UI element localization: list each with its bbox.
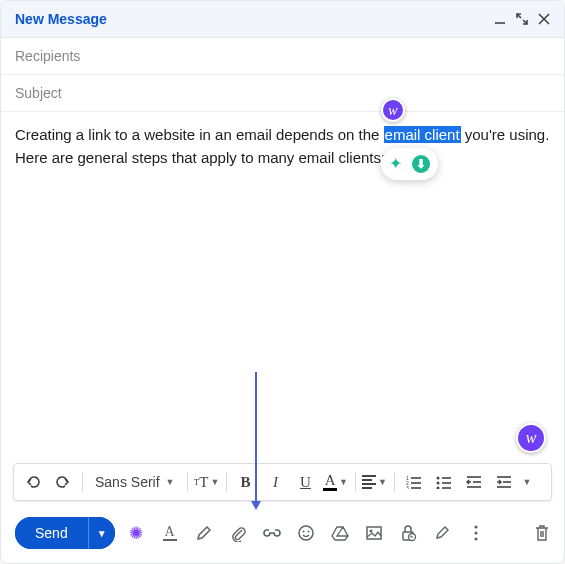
confidential-icon[interactable] bbox=[397, 522, 419, 544]
subject-placeholder: Subject bbox=[15, 85, 62, 101]
expand-icon[interactable] bbox=[516, 13, 528, 25]
image-icon[interactable] bbox=[363, 522, 385, 544]
separator bbox=[394, 472, 395, 492]
bold-button[interactable]: B bbox=[233, 468, 259, 496]
header-title: New Message bbox=[15, 11, 107, 27]
attachment-icon[interactable] bbox=[227, 522, 249, 544]
more-options-icon[interactable] bbox=[465, 522, 487, 544]
wordtune-inline-toolbar: ✦ ⬇ bbox=[381, 148, 438, 180]
subject-field[interactable]: Subject bbox=[1, 75, 564, 112]
minimize-icon[interactable] bbox=[494, 13, 506, 25]
svg-point-27 bbox=[369, 530, 372, 533]
bulleted-list-button[interactable] bbox=[431, 468, 457, 496]
indent-less-button[interactable] bbox=[461, 468, 487, 496]
compose-tools: ✺ A bbox=[125, 522, 524, 544]
recipients-field[interactable]: Recipients bbox=[1, 38, 564, 75]
chevron-down-icon: ▼ bbox=[378, 477, 387, 487]
wordtune-badge-icon[interactable]: w bbox=[381, 98, 405, 122]
add-suggestion-icon[interactable]: ⬇ bbox=[412, 155, 430, 173]
separator bbox=[355, 472, 356, 492]
svg-point-31 bbox=[474, 531, 477, 534]
wordtune-sparkle-icon[interactable]: ✺ bbox=[125, 522, 147, 544]
formatting-toolbar: Sans Serif ▼ TT ▼ B I U A ▼ ▼ 123 bbox=[13, 463, 552, 501]
align-button[interactable]: ▼ bbox=[362, 468, 388, 496]
text-color-button[interactable]: A ▼ bbox=[323, 468, 349, 496]
font-family-picker[interactable]: Sans Serif ▼ bbox=[89, 474, 181, 490]
font-size-button[interactable]: TT ▼ bbox=[194, 468, 220, 496]
wordtune-floating-icon[interactable]: w bbox=[516, 423, 546, 453]
text-format-icon[interactable]: A bbox=[159, 522, 181, 544]
rewrite-icon[interactable]: ✦ bbox=[389, 152, 402, 176]
svg-point-24 bbox=[302, 531, 304, 533]
window-controls bbox=[494, 13, 550, 25]
close-icon[interactable] bbox=[538, 13, 550, 25]
svg-point-32 bbox=[474, 537, 477, 540]
svg-point-11 bbox=[436, 477, 439, 480]
svg-point-15 bbox=[436, 487, 439, 490]
chevron-down-icon: ▼ bbox=[210, 477, 219, 487]
bottom-toolbar: Send ▼ ✺ A bbox=[1, 507, 564, 563]
compose-window: New Message Recipients Subject Creating … bbox=[0, 0, 565, 564]
drive-icon[interactable] bbox=[329, 522, 351, 544]
signature-icon[interactable] bbox=[431, 522, 453, 544]
redo-button[interactable] bbox=[50, 468, 76, 496]
separator bbox=[187, 472, 188, 492]
underline-button[interactable]: U bbox=[293, 468, 319, 496]
undo-button[interactable] bbox=[20, 468, 46, 496]
recipients-placeholder: Recipients bbox=[15, 48, 80, 64]
chevron-down-icon: ▼ bbox=[166, 477, 175, 487]
send-button[interactable]: Send bbox=[15, 517, 88, 549]
svg-point-25 bbox=[307, 531, 309, 533]
separator bbox=[226, 472, 227, 492]
svg-point-13 bbox=[436, 482, 439, 485]
emoji-icon[interactable] bbox=[295, 522, 317, 544]
discard-icon[interactable] bbox=[534, 524, 550, 542]
pen-icon[interactable] bbox=[193, 522, 215, 544]
svg-text:3: 3 bbox=[406, 485, 409, 489]
chevron-down-icon[interactable]: ▼ bbox=[523, 477, 532, 487]
chevron-down-icon: ▼ bbox=[339, 477, 348, 487]
indent-more-button[interactable] bbox=[491, 468, 517, 496]
message-body[interactable]: Creating a link to a website in an email… bbox=[1, 112, 564, 463]
svg-point-30 bbox=[474, 525, 477, 528]
compose-header: New Message bbox=[1, 1, 564, 38]
send-button-group: Send ▼ bbox=[15, 517, 115, 549]
body-text-before: Creating a link to a website in an email… bbox=[15, 126, 384, 143]
numbered-list-button[interactable]: 123 bbox=[401, 468, 427, 496]
svg-point-23 bbox=[299, 526, 313, 540]
separator bbox=[82, 472, 83, 492]
italic-button[interactable]: I bbox=[263, 468, 289, 496]
selected-text[interactable]: email client bbox=[384, 126, 461, 143]
font-family-label: Sans Serif bbox=[95, 474, 160, 490]
send-options-button[interactable]: ▼ bbox=[88, 517, 115, 549]
link-icon[interactable] bbox=[261, 522, 283, 544]
